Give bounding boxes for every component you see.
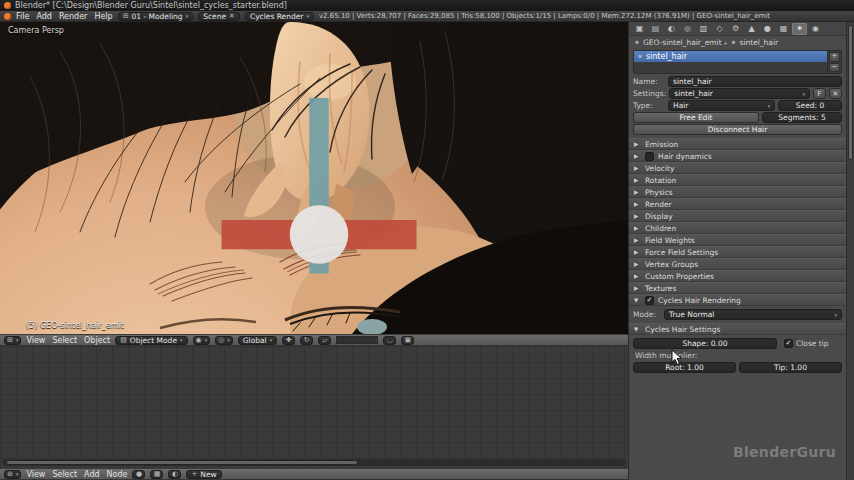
breadcrumb-object[interactable]: GEO-sintel_hair_emit bbox=[643, 38, 722, 47]
mouse-cursor bbox=[671, 349, 683, 366]
node-menu-add[interactable]: Add bbox=[84, 470, 100, 479]
fake-user-button[interactable]: F bbox=[813, 88, 826, 99]
shading-dropdown[interactable]: ◉ ▾ bbox=[193, 336, 211, 345]
menu-add[interactable]: Add bbox=[36, 12, 52, 21]
chevron-down-icon: ▾ bbox=[16, 337, 19, 343]
disconnect-hair-button[interactable]: Disconnect Hair bbox=[633, 124, 842, 135]
tab-icon: ◐ bbox=[668, 24, 675, 33]
type-dropdown[interactable]: Hair ▾ bbox=[668, 100, 775, 111]
tab-world[interactable]: ◎ bbox=[680, 23, 695, 35]
menu-file[interactable]: File bbox=[16, 12, 29, 21]
mode-dropdown[interactable]: ▧ Object Mode ▾ bbox=[115, 336, 187, 345]
root-slider[interactable]: Root: 1.00 bbox=[633, 362, 736, 373]
chevron-down-icon: ▾ bbox=[767, 103, 770, 109]
breadcrumb-particle-system[interactable]: sintel_hair bbox=[739, 38, 778, 47]
vp-menu-object[interactable]: Object bbox=[84, 336, 110, 345]
panel-emission[interactable]: ▶ Emission bbox=[629, 138, 846, 150]
panel-cycles-hair-rendering[interactable]: ▼ ✓ Cycles Hair Rendering bbox=[629, 294, 846, 306]
viewport-header: ⊞ ▾ ViewSelectObject ▧ Object Mode ▾ ◉ ▾… bbox=[0, 334, 628, 346]
compositing-tree-type-button[interactable]: ◐ bbox=[168, 470, 181, 479]
tip-slider[interactable]: Tip: 1.00 bbox=[739, 362, 842, 373]
3d-viewport[interactable]: Camera Persp (5) GEO-sintel_hair_emit bbox=[0, 22, 628, 334]
panel-textures[interactable]: ▶ Textures bbox=[629, 282, 846, 294]
panel-custom-properties[interactable]: ▶ Custom Properties bbox=[629, 270, 846, 282]
shader-tree-type-button[interactable]: ● bbox=[132, 470, 145, 479]
unlink-settings-button[interactable]: ✕ bbox=[829, 88, 842, 99]
panel-children[interactable]: ▶ Children bbox=[629, 222, 846, 234]
tab-render[interactable]: ▣ bbox=[632, 23, 647, 35]
scene-close-icon[interactable]: ✕ bbox=[229, 12, 235, 20]
vp-menu-select[interactable]: Select bbox=[52, 336, 77, 345]
orientation-dropdown[interactable]: Global ▾ bbox=[238, 336, 277, 345]
panel-rotation[interactable]: ▶ Rotation bbox=[629, 174, 846, 186]
node-menu-view[interactable]: View bbox=[26, 470, 45, 479]
menu-help[interactable]: Help bbox=[94, 12, 112, 21]
tab-particles[interactable]: ✶ bbox=[792, 23, 807, 35]
panel-display[interactable]: ▶ Display bbox=[629, 210, 846, 222]
manipulator-rotate-button[interactable]: ↻ bbox=[300, 336, 313, 345]
add-particle-system-button[interactable]: + bbox=[829, 52, 840, 62]
panel-cycles-hair-settings[interactable]: ▼ Cycles Hair Settings bbox=[629, 323, 846, 335]
new-material-button[interactable]: + New bbox=[186, 470, 221, 479]
remove-particle-system-button[interactable]: − bbox=[829, 63, 840, 73]
render-engine-dropdown[interactable]: Cycles Render ▾ bbox=[245, 12, 314, 21]
editor-type-button[interactable]: ⊛ ▾ bbox=[4, 470, 21, 479]
render-opengl-button[interactable]: ▣ bbox=[401, 336, 414, 345]
tab-modifiers[interactable]: ⚙ bbox=[728, 23, 743, 35]
panel-render[interactable]: ▶ Render bbox=[629, 198, 846, 210]
vp-menu-view[interactable]: View bbox=[26, 336, 45, 345]
cycles-hair-rendering-checkbox[interactable]: ✓ bbox=[645, 296, 654, 305]
manipulator-scale-button[interactable]: ▱ bbox=[318, 336, 331, 345]
chevron-down-icon: ▾ bbox=[205, 337, 208, 343]
expand-arrow-icon: ▶ bbox=[634, 285, 641, 291]
tab-object-data[interactable]: ▲ bbox=[744, 23, 759, 35]
free-edit-button[interactable]: Free Edit bbox=[633, 112, 759, 123]
seed-field[interactable]: Seed: 0 bbox=[778, 100, 842, 111]
tab-render-layers[interactable]: ▤ bbox=[648, 23, 663, 35]
close-tip-checkbox[interactable]: ✓ bbox=[784, 339, 793, 348]
menu-render[interactable]: Render bbox=[59, 12, 87, 21]
tab-material[interactable]: ● bbox=[760, 23, 775, 35]
pivot-dropdown[interactable]: ◎ ▾ bbox=[215, 336, 233, 345]
name-input[interactable]: sintel_hair bbox=[668, 76, 842, 87]
scene-dropdown[interactable]: Scene ✕ bbox=[198, 12, 240, 21]
settings-datablock-dropdown[interactable]: sintel_hair ▾ bbox=[669, 88, 810, 99]
manipulator-translate-button[interactable]: ✚ bbox=[282, 336, 295, 345]
texture-tree-type-button[interactable]: ▦ bbox=[150, 470, 163, 479]
blender-menu-icon[interactable] bbox=[4, 13, 11, 20]
hair-mode-dropdown[interactable]: True Normal ▾ bbox=[664, 309, 842, 320]
panel-velocity[interactable]: ▶ Velocity bbox=[629, 162, 846, 174]
node-editor-header: ⊛ ▾ ViewSelectAddNode ● ▦ ◐ + New bbox=[0, 468, 628, 480]
panel-vertex-groups[interactable]: ▶ Vertex Groups bbox=[629, 258, 846, 270]
translate-icon: ✚ bbox=[286, 336, 292, 344]
panel-field-weights[interactable]: ▶ Field Weights bbox=[629, 234, 846, 246]
node-editor-hscrollbar[interactable] bbox=[2, 459, 626, 466]
panel-physics[interactable]: ▶ Physics bbox=[629, 186, 846, 198]
node-editor-canvas[interactable] bbox=[0, 346, 628, 468]
tab-object[interactable]: ▧ bbox=[696, 23, 711, 35]
screen-layout-dropdown[interactable]: ⊞ 01 - Modeling ▾ bbox=[118, 12, 194, 21]
node-menu-node[interactable]: Node bbox=[107, 470, 128, 479]
scrollbar-thumb[interactable] bbox=[848, 25, 853, 160]
hscrollbar-thumb[interactable] bbox=[6, 460, 358, 465]
type-value: Hair bbox=[673, 101, 688, 110]
shape-slider[interactable]: Shape: 0.00 bbox=[633, 338, 777, 349]
properties-scrollbar[interactable] bbox=[846, 22, 854, 480]
node-menu-select[interactable]: Select bbox=[52, 470, 77, 479]
tab-physics[interactable]: ◉ bbox=[808, 23, 823, 35]
chevron-down-icon: ▾ bbox=[306, 13, 309, 19]
segments-slider[interactable]: Segments: 5 bbox=[762, 112, 842, 123]
list-item[interactable]: ✶ sintel_hair bbox=[634, 51, 827, 62]
editor-type-button[interactable]: ⊞ ▾ bbox=[4, 336, 21, 345]
tab-texture[interactable]: ▦ bbox=[776, 23, 791, 35]
name-value: sintel_hair bbox=[673, 77, 712, 86]
snap-toggle[interactable]: ◡ bbox=[383, 336, 396, 345]
panel-checkbox[interactable]: ✓ bbox=[645, 152, 654, 161]
tab-constraints[interactable]: ◇ bbox=[712, 23, 727, 35]
panel-force-field-settings[interactable]: ▶ Force Field Settings bbox=[629, 246, 846, 258]
tab-scene[interactable]: ◐ bbox=[664, 23, 679, 35]
panel-hair-dynamics[interactable]: ▶ ✓ Hair dynamics bbox=[629, 150, 846, 162]
layer-buttons[interactable] bbox=[336, 336, 378, 344]
tab-icon: ● bbox=[764, 24, 771, 33]
panel-list: ▶ Emission ▶ ✓ Hair dynamics ▶ Velocity bbox=[629, 138, 846, 294]
